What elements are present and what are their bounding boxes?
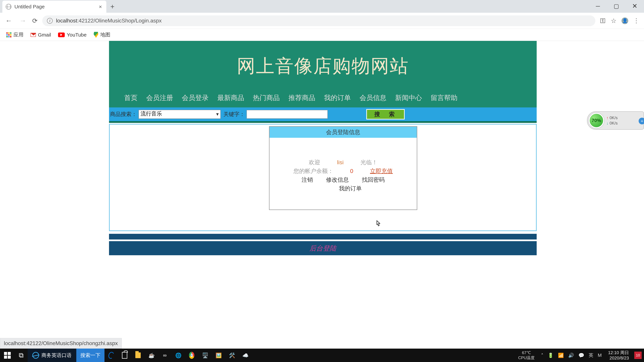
bookmark-label: Gmail [38,32,51,38]
taskbar-app-9[interactable]: 🖥️ [198,349,212,362]
forward-button: → [18,17,28,24]
taskbar-app-store[interactable] [118,349,131,362]
taskbar-app-title: 商务英语口语 [42,352,72,359]
panel-body: 欢迎 lisi 光临！ 您的帐户余额： 0 立即充值 注销 修改信息 找回密码 [270,138,417,198]
tray-wifi-icon[interactable]: 📶 [558,353,564,358]
nav-my-orders[interactable]: 我的订单 [324,93,351,102]
window-controls: ─ ▢ ✕ [589,0,644,12]
svg-rect-2 [4,356,7,359]
window-minimize-button[interactable]: ─ [589,0,607,12]
nav-recommended[interactable]: 推荐商品 [288,93,315,102]
nav-news[interactable]: 新闻中心 [395,93,422,102]
bookmark-gmail[interactable]: Gmail [30,32,51,38]
back-button[interactable]: ← [4,17,14,24]
tray-volume-icon[interactable]: 🔊 [568,353,574,358]
category-select[interactable]: 流行音乐 [138,110,221,119]
taskbar-app-edge[interactable] [104,349,118,362]
cpu-usage-circle: 70% [589,113,604,128]
maps-icon [94,32,98,38]
balance-value: 0 [350,167,353,175]
page-viewport: 网上音像店购物网站 首页 会员注册 会员登录 最新商品 热门商品 推荐商品 我的… [0,41,644,349]
keyword-label: 关键字： [222,111,245,118]
apps-grid-icon [6,32,12,37]
taskbar-app-6[interactable]: ∞ [158,349,172,362]
bookmark-label: 地图 [100,31,110,38]
tray-notes-icon[interactable]: 💬 [578,353,584,358]
bookmark-maps[interactable]: 地图 [94,31,110,38]
my-orders-link[interactable]: 我的订单 [339,185,362,192]
admin-login-link[interactable]: 后台登陆 [310,244,336,253]
browser-tab[interactable]: Untitled Page × [2,1,106,13]
bookmark-youtube[interactable]: YouTube [58,32,86,38]
page-favicon [6,4,12,9]
start-button[interactable] [0,349,15,362]
cpu-temp-readout[interactable]: 67℃ CPU温度 [515,350,538,360]
store-icon [122,352,127,359]
username-value: lisi [337,158,344,167]
nav-register[interactable]: 会员注册 [146,93,173,102]
bookmarks-bar: 应用 Gmail YouTube 地图 [0,29,644,41]
taskbar-app-explorer[interactable] [131,349,145,362]
taskbar-app-12[interactable]: ☁️ [239,349,252,362]
member-login-panel: 会员登陆信息 欢迎 lisi 光临！ 您的帐户余额： 0 立即充值 注销 修改信 [269,126,417,210]
new-tab-button[interactable]: + [110,3,114,11]
welcome-suffix: 光临！ [360,158,378,167]
taskbar-clock[interactable]: 12:10 周日 2020/8/23 [605,350,632,361]
action-center-icon[interactable]: 10 [634,352,642,359]
site-container: 网上音像店购物网站 首页 会员注册 会员登录 最新商品 热门商品 推荐商品 我的… [109,41,537,255]
logout-link[interactable]: 注销 [302,175,313,184]
toolbar-right: ⚿ ☆ 👤 ⋮ [600,17,639,24]
taskbar-search-button[interactable]: 搜索一下 [76,349,104,362]
taskbar-app-ie[interactable]: 商务英语口语 [28,349,76,362]
svg-rect-0 [4,352,7,355]
window-close-button[interactable]: ✕ [626,0,644,12]
nav-feedback[interactable]: 留言帮助 [431,93,458,102]
bookmark-star-icon[interactable]: ☆ [611,17,616,24]
search-button[interactable]: 搜 索 [366,109,405,119]
taskbar-app-5[interactable]: ☕ [145,349,158,362]
saved-passwords-icon[interactable]: ⚿ [600,17,606,24]
nav-member-info[interactable]: 会员信息 [360,93,386,102]
system-tray: ˄ 🔋 📶 🔊 💬 英 M [538,352,605,359]
category-selected-value: 流行音乐 [140,111,162,117]
nav-login[interactable]: 会员登录 [182,93,209,102]
taskbar-app-10[interactable]: 🖼️ [212,349,225,362]
reload-button[interactable]: ⟳ [32,17,38,24]
net-speed: 0K/s 0K/s [606,115,618,126]
panel-header: 会员登陆信息 [270,127,417,138]
bookmark-label: 应用 [14,31,24,38]
tray-battery-icon[interactable]: 🔋 [548,353,554,358]
browser-tab-strip: Untitled Page × + ─ ▢ ✕ [0,0,644,13]
task-view-button[interactable]: ⧉ [15,349,28,362]
footer-admin-bar: 后台登陆 [109,241,537,255]
browser-menu-icon[interactable]: ⋮ [633,17,639,24]
svg-rect-3 [8,356,11,359]
taskbar-app-7[interactable]: 🌐 [172,349,185,362]
tray-ime-indicator[interactable]: 英 [589,352,593,359]
site-info-icon[interactable]: i [47,18,53,24]
window-maximize-button[interactable]: ▢ [607,0,626,12]
tray-ime-mode-icon[interactable]: M [598,353,602,358]
edge-icon [108,351,115,360]
svg-rect-1 [8,352,11,355]
main-content-box: 会员登陆信息 欢迎 lisi 光临！ 您的帐户余额： 0 立即充值 注销 修改信 [109,124,537,231]
divider-strip [109,121,537,123]
find-password-link[interactable]: 找回密码 [362,175,385,184]
edit-info-link[interactable]: 修改信息 [326,175,349,184]
keyword-input[interactable] [246,110,328,119]
sysmon-expand-icon[interactable]: + [639,118,644,124]
profile-avatar-icon[interactable]: 👤 [622,17,628,24]
nav-new-products[interactable]: 最新商品 [217,93,244,102]
system-monitor-widget[interactable]: 70% 0K/s 0K/s + [587,111,644,130]
tab-close-icon[interactable]: × [98,4,103,10]
taskbar-app-chrome[interactable] [185,349,198,362]
nav-hot-products[interactable]: 热门商品 [253,93,280,102]
ie-icon [32,352,39,359]
bookmark-apps[interactable]: 应用 [6,31,24,38]
site-title: 网上音像店购物网站 [237,54,409,79]
tray-chevron-up-icon[interactable]: ˄ [541,353,544,358]
taskbar-app-11[interactable]: 🛠️ [225,349,239,362]
recharge-link[interactable]: 立即充值 [370,167,393,175]
address-bar[interactable]: i localhost:42122/OlineMusicShop/Login.a… [42,15,595,26]
nav-home[interactable]: 首页 [124,93,138,102]
